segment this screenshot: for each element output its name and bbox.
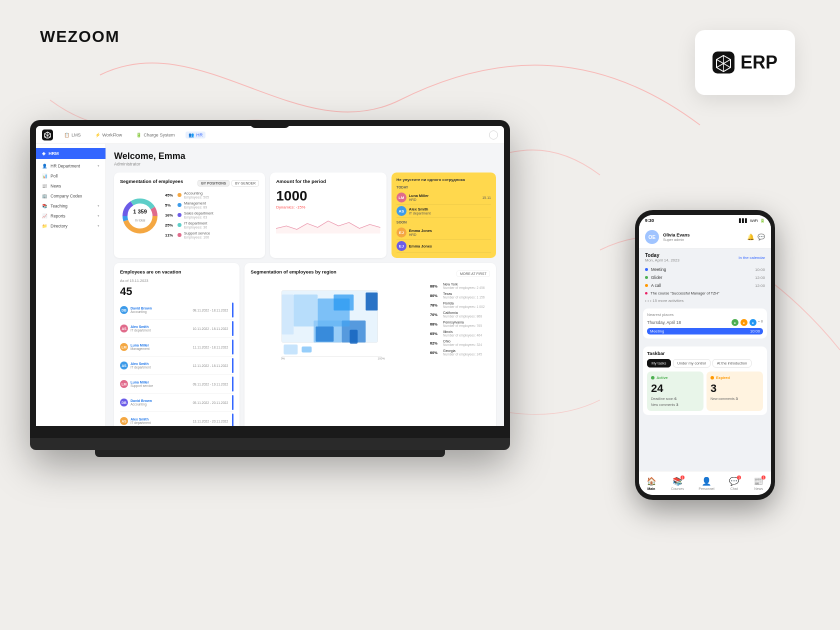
seg-dot-1 [178, 203, 182, 207]
phone-nav-chat[interactable]: 💬 1 Chat [729, 476, 739, 490]
laptop-device: 📋 LMS ⚡ WorkFlow 🔋 Charge System 👥 HR [30, 120, 510, 470]
notif-avatar-emma2: EJ [396, 241, 406, 251]
nearest-date: Thursday, April 18 [647, 320, 681, 325]
sidebar-item-reports[interactable]: 📈 Reports ▾ [36, 211, 106, 221]
nav-settings[interactable] [489, 130, 498, 140]
active-status: Active [656, 376, 668, 380]
nav-tab-lms[interactable]: 📋 LMS [61, 132, 84, 138]
by-positions-btn[interactable]: BY POSITIONS [198, 180, 230, 186]
by-gender-btn[interactable]: BY GENDER [232, 180, 259, 186]
expired-status: Expired [716, 376, 730, 380]
sidebar-hrm: ◈ HRM [36, 148, 106, 159]
taskbar-tab-1[interactable]: Under my control [673, 359, 710, 368]
event-dot-3 [645, 292, 648, 294]
nav-tab-charge[interactable]: 🔋 Charge System [133, 132, 178, 138]
badge-count: • 8 [758, 319, 763, 326]
active-count: 24 [651, 382, 700, 395]
sidebar-item-directory[interactable]: 📁 Directory ▾ [36, 221, 106, 231]
lms-icon: 📋 [64, 132, 70, 138]
amount-title: Amount for the period [276, 178, 380, 184]
map-legend-6: 62% Ohio Number of employees: 324 [430, 340, 490, 346]
amount-dynamics: Dynamics: -15% [276, 205, 380, 210]
map-legend-5: 65% Illinois Number of employees: 464 [430, 330, 490, 337]
directory-icon: 📁 [42, 224, 48, 228]
codex-icon: 🏢 [42, 194, 48, 198]
notif-name-2: Emma Jones [409, 228, 432, 233]
vacation-meta: As of 15.11.2023 [120, 278, 234, 283]
laptop-notch [250, 120, 290, 128]
phone-nav-news[interactable]: 📰 1 News [754, 476, 764, 490]
sidebar-item-teaching[interactable]: 📚 Teaching ▾ [36, 201, 106, 211]
map-legend-7: 60% Georgia Number of employees: 245 [430, 349, 490, 356]
laptop-base [30, 438, 510, 450]
taskbar-card-expired: Expired 3 New comments 3 [706, 372, 763, 411]
seg-dot-3 [178, 223, 182, 227]
sidebar-item-news[interactable]: 📰 News [36, 181, 106, 191]
phone-nav-main[interactable]: 🏠 Main [646, 476, 656, 490]
more-at-first-btn[interactable]: MORE AT FIRST [456, 270, 490, 277]
notif-today-label: TODAY [396, 186, 491, 189]
workflow-icon: ⚡ [95, 132, 100, 138]
signal-icon: ▋▋▋ [739, 218, 748, 223]
notif-avatar-alex: AS [396, 206, 406, 216]
phone-nav-courses[interactable]: 📚 1 Courses [671, 476, 684, 490]
map-legend-3: 70% California Number of employees: 868 [430, 311, 490, 318]
svg-rect-24 [284, 344, 298, 354]
us-map: 0% 100% [250, 282, 425, 364]
erp-badge: ERP [695, 30, 795, 95]
active-meta-0: Deadline soon 6 [651, 396, 700, 401]
news-badge: 1 [762, 476, 766, 480]
amount-card: Amount for the period 1000 Dynamics: -15… [270, 172, 386, 258]
phone-nav-bar: 🏠 Main 📚 1 Courses 👤 Personnel 💬 [639, 471, 771, 495]
nav-label-main: Main [648, 487, 656, 490]
phone-nav-personnel[interactable]: 👤 Personnel [698, 476, 714, 490]
taskbar-title: Taskbar [647, 350, 763, 356]
badge-orange: ● [740, 319, 748, 326]
nav-tab-hr[interactable]: 👥 HR [186, 132, 206, 138]
map-legend-2: 78% Florida Number of employees: 1 002 [430, 302, 490, 308]
calendar-link[interactable]: In the calendar [738, 256, 765, 260]
erp-label: ERP [740, 52, 778, 73]
laptop-screen: 📋 LMS ⚡ WorkFlow 🔋 Charge System 👥 HR [36, 126, 504, 426]
erp-logo-icon [712, 52, 734, 74]
phone-main-content: Today Mon, April 14, 2023 In the calenda… [639, 248, 771, 471]
phone-notif-icons: 🔔 💬 [747, 234, 765, 240]
notifications-card: Не упустите ни одного сотрудника TODAY L… [392, 172, 496, 258]
charge-icon: 🔋 [136, 132, 142, 138]
total-count: 1 359 [133, 208, 147, 214]
taskbar-tab-0[interactable]: My tasks [647, 359, 671, 368]
phone-today-section: Today Mon, April 14, 2023 In the calenda… [639, 248, 771, 308]
phone-event-1: Glider 12:00 [645, 274, 765, 282]
person-icon: 👤 [42, 164, 48, 168]
sidebar-item-poll[interactable]: 📊 Poll [36, 171, 106, 181]
nav-tab-workflow[interactable]: ⚡ WorkFlow [92, 132, 126, 138]
bell-icon: 🔔 [747, 234, 754, 240]
notif-item-luna: LM Luna Miller HRD 15.11 [396, 191, 491, 204]
chat-badge: 1 [737, 476, 741, 480]
map-legend-1: 80% Texas Number of employees: 1 156 [430, 292, 490, 299]
app-logo [42, 130, 53, 140]
taskbar-section: Taskbar My tasks Under my control At the… [643, 346, 767, 415]
svg-rect-25 [302, 346, 312, 352]
chevron-down-icon-4: ▾ [98, 224, 100, 228]
notif-dept-1: IT department [409, 212, 430, 215]
news-icon: 📰 [42, 184, 48, 188]
taskbar-tabs: My tasks Under my control At the introdu… [647, 359, 763, 368]
phone-time: 9:30 [645, 218, 654, 223]
notif-soon-label: SOON [396, 220, 491, 224]
sidebar-item-codex[interactable]: 🏢 Company Codex [36, 191, 106, 201]
phone-status-bar: 9:30 ▋▋▋ WiFi 🔋 [639, 215, 771, 226]
battery-icon: 🔋 [760, 218, 765, 223]
vacation-item-3: AS Alex Smith IT department 12.11.2022 -… [120, 356, 234, 375]
more-activities: • • • 15 more activities [645, 297, 765, 304]
vacation-item-5: DB David Brown Accounting 05.11.2022 - 2… [120, 394, 234, 412]
notif-item-emma2: EJ Emma Jones [396, 240, 491, 253]
phone-user-avatar: OE [645, 230, 659, 244]
sidebar-item-hr-department[interactable]: 👤 HR Department ▾ [36, 161, 106, 171]
vacation-item-0: DB David Brown Accounting 08.11.2022 - 1… [120, 301, 234, 320]
taskbar-tab-2[interactable]: At the introduction [712, 359, 752, 368]
chevron-down-icon-3: ▾ [98, 214, 100, 218]
laptop-body: 📋 LMS ⚡ WorkFlow 🔋 Charge System 👥 HR [30, 120, 510, 450]
notif-time-0: 15.11 [482, 196, 491, 200]
notif-avatar-luna: LM [396, 192, 406, 202]
